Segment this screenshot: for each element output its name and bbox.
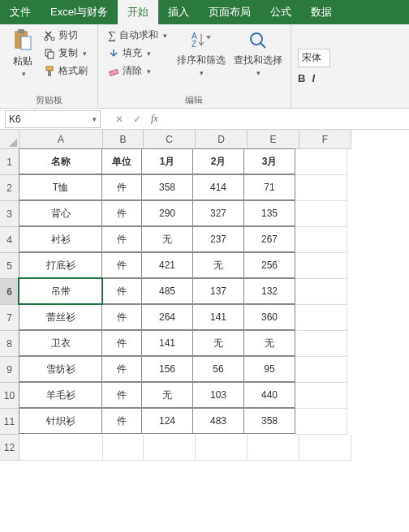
cell-B4[interactable]: 件 <box>101 226 142 252</box>
select-all-corner[interactable] <box>0 130 19 149</box>
tab-data[interactable]: 数据 <box>301 0 342 24</box>
cell-B5[interactable]: 件 <box>101 252 142 278</box>
cell-C8[interactable]: 141 <box>141 330 193 356</box>
format-painter-button[interactable]: 格式刷 <box>42 63 89 79</box>
cell-B9[interactable]: 件 <box>101 356 142 382</box>
cell-E3[interactable]: 135 <box>243 200 295 226</box>
cell-C9[interactable]: 156 <box>141 356 193 382</box>
cell-D4[interactable]: 237 <box>192 226 244 252</box>
col-head-A[interactable]: A <box>19 130 103 149</box>
clear-button[interactable]: 清除▾ <box>106 63 153 79</box>
cell-C12[interactable] <box>144 435 196 461</box>
cell-B8[interactable]: 件 <box>101 330 142 356</box>
sort-filter-button[interactable]: AZ 排序和筛选▾ <box>177 29 226 77</box>
name-box[interactable]: K6▾ <box>5 110 101 128</box>
fx-icon[interactable]: fx <box>151 113 158 125</box>
tab-layout[interactable]: 页面布局 <box>199 0 260 24</box>
cell-F2[interactable] <box>295 175 347 201</box>
row-head-12[interactable]: 12 <box>0 435 19 461</box>
cancel-icon[interactable]: ✕ <box>115 114 123 125</box>
row-head-5[interactable]: 5 <box>0 253 19 279</box>
cell-F11[interactable] <box>295 409 347 435</box>
cell-D6[interactable]: 137 <box>192 278 244 304</box>
cell-E12[interactable] <box>248 435 299 461</box>
cell-A3[interactable]: 背心 <box>19 200 102 226</box>
cell-E2[interactable]: 71 <box>243 174 295 200</box>
cell-F10[interactable] <box>295 383 347 409</box>
cell-D3[interactable]: 327 <box>192 200 244 226</box>
autosum-button[interactable]: ∑自动求和▾ <box>106 28 169 43</box>
row-head-1[interactable]: 1 <box>0 149 19 175</box>
cell-B10[interactable]: 件 <box>101 382 142 408</box>
row-head-11[interactable]: 11 <box>0 409 19 435</box>
tab-excel[interactable]: Excel与财务 <box>41 0 118 24</box>
cell-A2[interactable]: T恤 <box>19 174 102 200</box>
cell-E11[interactable]: 358 <box>243 408 295 434</box>
cell-E8[interactable]: 无 <box>243 330 295 356</box>
cell-F7[interactable] <box>295 305 347 331</box>
row-head-10[interactable]: 10 <box>0 383 19 409</box>
col-head-C[interactable]: C <box>144 130 196 149</box>
italic-button[interactable]: I <box>312 72 315 84</box>
cell-C3[interactable]: 290 <box>141 200 193 226</box>
cut-button[interactable]: 剪切 <box>42 28 80 43</box>
cell-C1[interactable]: 1月 <box>141 148 193 174</box>
row-head-8[interactable]: 8 <box>0 331 19 357</box>
cell-E6[interactable]: 132 <box>243 278 295 304</box>
cell-A7[interactable]: 蕾丝衫 <box>19 304 102 330</box>
cell-D7[interactable]: 141 <box>192 304 244 330</box>
cell-C2[interactable]: 358 <box>141 174 193 200</box>
cell-A8[interactable]: 卫衣 <box>19 330 102 356</box>
cell-E1[interactable]: 3月 <box>243 148 295 174</box>
cell-D11[interactable]: 483 <box>192 408 244 434</box>
cell-D5[interactable]: 无 <box>192 252 244 278</box>
fill-button[interactable]: 填充▾ <box>106 45 153 61</box>
cell-A4[interactable]: 衬衫 <box>19 226 102 252</box>
cell-C10[interactable]: 无 <box>141 382 193 408</box>
cell-F9[interactable] <box>295 357 347 383</box>
row-head-3[interactable]: 3 <box>0 201 19 227</box>
row-head-7[interactable]: 7 <box>0 305 19 331</box>
cell-A5[interactable]: 打底衫 <box>19 252 102 278</box>
cell-F4[interactable] <box>295 227 347 253</box>
cell-A11[interactable]: 针织衫 <box>19 408 102 434</box>
cell-F5[interactable] <box>295 253 347 279</box>
tab-file[interactable]: 文件 <box>0 0 41 24</box>
cell-F6[interactable] <box>295 279 347 305</box>
cell-C4[interactable]: 无 <box>141 226 193 252</box>
tab-home[interactable]: 开始 <box>118 0 158 24</box>
cell-E10[interactable]: 440 <box>243 382 295 408</box>
cell-B6[interactable]: 件 <box>101 278 142 304</box>
col-head-D[interactable]: D <box>196 130 248 149</box>
cell-D2[interactable]: 414 <box>192 174 244 200</box>
cell-A10[interactable]: 羊毛衫 <box>19 382 102 408</box>
cell-F3[interactable] <box>295 201 347 227</box>
copy-button[interactable]: 复制▾ <box>42 45 88 61</box>
cell-D12[interactable] <box>196 435 248 461</box>
cell-E9[interactable]: 95 <box>243 356 295 382</box>
paste-button[interactable]: 粘贴 ▾ <box>8 28 37 78</box>
row-head-9[interactable]: 9 <box>0 357 19 383</box>
cell-F8[interactable] <box>295 331 347 357</box>
cell-B3[interactable]: 件 <box>101 200 142 226</box>
cell-E5[interactable]: 256 <box>243 252 295 278</box>
font-select[interactable]: 宋体 <box>298 49 330 67</box>
cell-E4[interactable]: 267 <box>243 226 295 252</box>
cell-A6[interactable]: 吊带 <box>19 278 102 304</box>
row-head-4[interactable]: 4 <box>0 227 19 253</box>
row-head-2[interactable]: 2 <box>0 175 19 201</box>
cell-B7[interactable]: 件 <box>101 304 142 330</box>
cell-E7[interactable]: 360 <box>243 304 295 330</box>
find-select-button[interactable]: 查找和选择▾ <box>234 29 282 77</box>
cell-B11[interactable]: 件 <box>101 408 142 434</box>
cell-B2[interactable]: 件 <box>101 174 142 200</box>
cell-D1[interactable]: 2月 <box>192 148 244 174</box>
bold-button[interactable]: B <box>298 72 305 84</box>
cell-C7[interactable]: 264 <box>141 304 193 330</box>
tab-insert[interactable]: 插入 <box>158 0 199 24</box>
col-head-B[interactable]: B <box>103 130 144 149</box>
cell-F1[interactable] <box>295 149 347 175</box>
cell-C11[interactable]: 124 <box>141 408 193 434</box>
cell-F12[interactable] <box>299 435 351 461</box>
cell-D10[interactable]: 103 <box>192 382 244 408</box>
